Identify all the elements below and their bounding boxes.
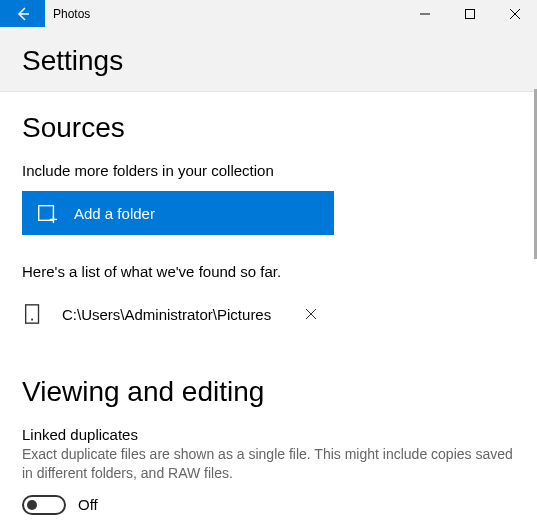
sources-include-text: Include more folders in your collection (22, 162, 515, 179)
add-folder-button[interactable]: Add a folder (22, 191, 334, 235)
app-title: Photos (53, 7, 90, 21)
maximize-icon (465, 9, 475, 19)
viewing-heading: Viewing and editing (22, 376, 515, 408)
add-folder-label: Add a folder (74, 205, 155, 222)
toggle-knob (27, 500, 37, 510)
add-folder-icon (36, 202, 58, 224)
folder-row[interactable]: C:\Users\Administrator\Pictures (22, 292, 515, 336)
window-titlebar: Photos (0, 0, 537, 27)
svg-rect-5 (39, 206, 54, 221)
sources-heading: Sources (22, 112, 515, 144)
folder-path: C:\Users\Administrator\Pictures (62, 306, 271, 323)
folder-icon (22, 303, 44, 325)
linked-duplicates-label: Linked duplicates (22, 426, 515, 443)
maximize-button[interactable] (447, 0, 492, 27)
back-button[interactable] (0, 0, 45, 27)
linked-duplicates-toggle-row: Off (22, 495, 515, 515)
window-controls (402, 0, 537, 27)
remove-folder-button[interactable] (303, 306, 319, 322)
x-icon (306, 309, 316, 319)
minimize-button[interactable] (402, 0, 447, 27)
content-area: Sources Include more folders in your col… (0, 91, 537, 520)
scrollbar[interactable] (533, 89, 537, 520)
linked-duplicates-state: Off (78, 496, 98, 513)
arrow-left-icon (15, 6, 31, 22)
close-icon (510, 9, 520, 19)
page-header: Settings (0, 27, 537, 91)
svg-rect-9 (31, 319, 33, 321)
folder-list-intro: Here's a list of what we've found so far… (22, 263, 515, 280)
close-button[interactable] (492, 0, 537, 27)
page-title: Settings (22, 45, 515, 77)
minimize-icon (420, 9, 430, 19)
linked-duplicates-toggle[interactable] (22, 495, 66, 515)
linked-duplicates-description: Exact duplicate files are shown as a sin… (22, 445, 515, 483)
svg-rect-2 (465, 9, 474, 18)
